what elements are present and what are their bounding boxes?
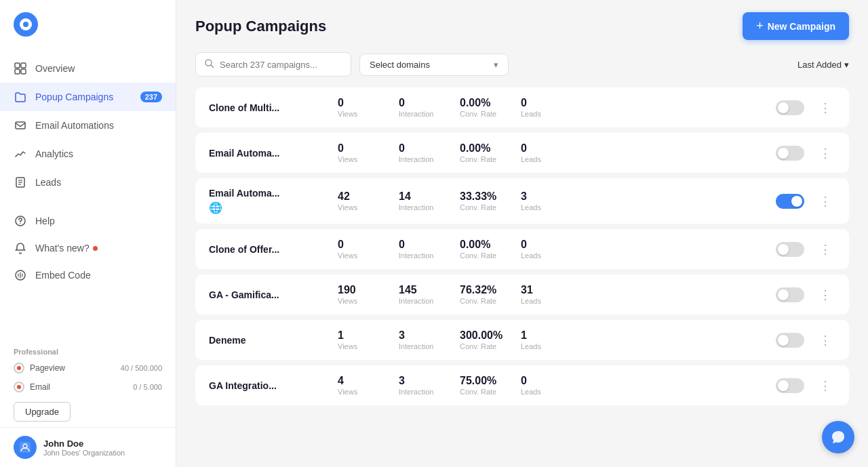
leads-icon (14, 176, 27, 189)
email-icon (14, 119, 27, 132)
campaign-row: Deneme 1 Views 3 Interaction 300.00% Con… (195, 320, 849, 360)
campaign-toggle-area (776, 194, 804, 209)
email-dot (14, 382, 24, 392)
new-campaign-button[interactable]: + New Campaign (743, 12, 849, 40)
campaign-leads: 1 Leads (521, 329, 582, 350)
sidebar-item-label: What's new? (35, 243, 90, 253)
globe-icon: 🌐 (209, 201, 338, 214)
search-icon (204, 58, 214, 70)
sidebar-item-whats-new[interactable]: What's new? (0, 235, 176, 262)
sidebar-item-analytics[interactable]: Analytics (0, 140, 176, 168)
campaign-toggle[interactable] (776, 194, 804, 209)
svg-rect-1 (21, 63, 26, 68)
campaign-views: 0 Views (338, 97, 399, 118)
page-title: Popup Campaigns (195, 18, 326, 35)
main-content: Popup Campaigns + New Campaign Select do… (176, 0, 868, 467)
domain-select[interactable]: Select domains ▾ (359, 54, 509, 76)
campaign-more-button[interactable]: ⋮ (815, 330, 835, 350)
campaign-name: Email Automa... 🌐 (209, 188, 338, 214)
campaign-views: 0 Views (338, 142, 399, 163)
campaign-views: 0 Views (338, 239, 399, 260)
campaign-name: GA - Gamifica... (209, 289, 338, 300)
upgrade-button[interactable]: Upgrade (14, 402, 71, 422)
campaign-more-button[interactable]: ⋮ (815, 375, 835, 396)
campaign-row: GA - Gamifica... 190 Views 145 Interacti… (195, 275, 849, 314)
plan-section: Professional Pageview 40 / 500.000 Email… (0, 342, 176, 427)
toggle-knob (778, 148, 789, 159)
campaign-toggle[interactable] (776, 287, 804, 302)
campaign-name: GA Integratio... (209, 380, 338, 391)
chart-icon (14, 147, 27, 161)
campaign-leads: 3 Leads (521, 190, 582, 211)
campaign-row: Email Automa... 0 Views 0 Interaction 0.… (195, 133, 849, 173)
sidebar-item-popup-campaigns[interactable]: Popup Campaigns 237 (0, 83, 176, 111)
campaign-toggle-area (776, 242, 804, 257)
campaign-toggle[interactable] (776, 146, 804, 161)
pageview-dot (14, 363, 24, 373)
sidebar-item-label: Help (35, 216, 55, 226)
sidebar-item-email-automations[interactable]: Email Automations (0, 111, 176, 140)
campaign-more-button[interactable]: ⋮ (815, 239, 835, 260)
top-bar: Popup Campaigns + New Campaign (176, 0, 868, 52)
campaign-more-button[interactable]: ⋮ (815, 285, 835, 305)
svg-point-10 (20, 223, 21, 224)
logo[interactable] (0, 0, 176, 49)
toggle-knob (778, 244, 789, 255)
sidebar-item-label: Overview (35, 63, 75, 74)
sidebar-item-embed-code[interactable]: Embed Code (0, 262, 176, 289)
campaign-toggle[interactable] (776, 100, 804, 115)
pageview-usage: Pageview 40 / 500.000 (0, 359, 176, 378)
sidebar-item-overview[interactable]: Overview (0, 54, 176, 83)
campaign-name: Email Automa... (209, 148, 338, 159)
campaign-more-button[interactable]: ⋮ (815, 98, 835, 118)
campaign-views: 190 Views (338, 284, 399, 305)
campaign-toggle-area (776, 287, 804, 302)
campaign-conv-rate: 33.33% Conv. Rate (460, 190, 521, 211)
user-profile[interactable]: John Doe John Does' Organization (0, 427, 176, 467)
search-box[interactable] (195, 52, 351, 77)
embed-icon (14, 268, 27, 282)
chat-fab[interactable] (822, 421, 854, 453)
sidebar-item-leads[interactable]: Leads (0, 168, 176, 197)
user-name: John Doe (43, 439, 125, 449)
campaign-row: Clone of Multi... 0 Views 0 Interaction … (195, 87, 849, 127)
campaign-more-button[interactable]: ⋮ (815, 191, 835, 211)
filters-row: Select domains ▾ Last Added ▾ (176, 52, 868, 87)
campaign-row: GA Integratio... 4 Views 3 Interaction 7… (195, 365, 849, 405)
campaign-leads: 0 Leads (521, 142, 582, 163)
campaign-interaction: 3 Interaction (399, 375, 460, 396)
campaign-toggle[interactable] (776, 333, 804, 348)
campaign-interaction: 3 Interaction (399, 329, 460, 350)
email-count: 0 / 5.000 (133, 383, 162, 391)
campaign-toggle[interactable] (776, 242, 804, 257)
folder-icon (14, 90, 27, 104)
plan-label: Professional (0, 342, 176, 359)
campaign-interaction: 14 Interaction (399, 190, 460, 211)
campaign-toggle[interactable] (776, 378, 804, 393)
sidebar-item-label: Popup Campaigns (35, 92, 113, 102)
campaign-views: 1 Views (338, 329, 399, 350)
search-input[interactable] (220, 60, 328, 70)
sidebar-item-label: Email Automations (35, 120, 114, 131)
sort-label: Last Added (797, 60, 842, 70)
campaign-interaction: 0 Interaction (399, 142, 460, 163)
campaign-toggle-area (776, 333, 804, 348)
campaign-leads: 0 Leads (521, 239, 582, 260)
chevron-down-icon: ▾ (494, 60, 498, 70)
sort-select[interactable]: Last Added ▾ (797, 60, 849, 70)
domain-select-label: Select domains (370, 60, 430, 70)
new-campaign-label: New Campaign (768, 21, 835, 32)
campaign-conv-rate: 0.00% Conv. Rate (460, 142, 521, 163)
campaign-conv-rate: 300.00% Conv. Rate (460, 329, 521, 350)
campaign-toggle-area (776, 146, 804, 161)
toggle-knob (778, 102, 789, 113)
notification-dot (93, 246, 98, 251)
campaign-interaction: 145 Interaction (399, 284, 460, 305)
campaign-conv-rate: 0.00% Conv. Rate (460, 97, 521, 118)
campaign-views: 42 Views (338, 190, 399, 211)
grid-icon (14, 62, 27, 75)
campaign-name: Clone of Multi... (209, 102, 338, 113)
campaign-more-button[interactable]: ⋮ (815, 143, 835, 163)
sidebar-item-help[interactable]: Help (0, 207, 176, 235)
sidebar-nav: Overview Popup Campaigns 237 Email Autom… (0, 49, 176, 342)
